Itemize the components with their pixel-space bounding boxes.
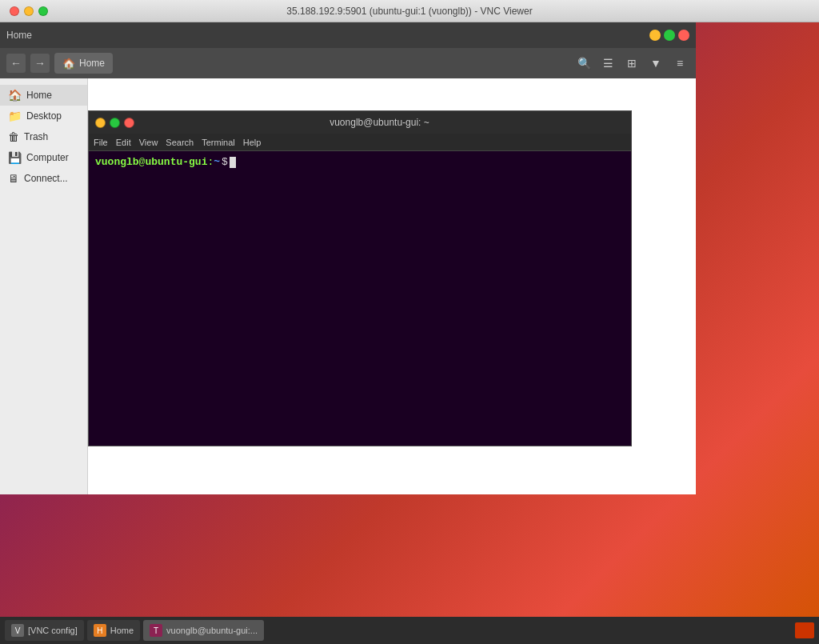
- terminal-window-buttons: [95, 118, 134, 128]
- sidebar-item-home[interactable]: 🏠 Home: [0, 85, 87, 106]
- fm-toolbar-right: 🔍 ☰ ⊞ ▼ ≡: [574, 54, 689, 73]
- terminal-menu-help[interactable]: Help: [243, 138, 262, 147]
- prompt-directory: ~: [214, 156, 220, 168]
- sidebar-item-desktop-label: Desktop: [26, 110, 62, 122]
- fm-location-icon: 🏠: [62, 58, 75, 70]
- taskbar-label-vnc: [VNC config]: [28, 626, 78, 635]
- fm-search-button[interactable]: 🔍: [574, 54, 593, 73]
- prompt-at-symbol: @: [139, 156, 146, 168]
- prompt-hostname: ubuntu-gui: [145, 156, 207, 168]
- fm-window-buttons: [649, 30, 689, 41]
- fm-header-title: Home: [6, 30, 32, 41]
- desktop-icon: 📁: [8, 110, 22, 122]
- taskbar-item-vnc-config[interactable]: V [VNC config]: [5, 620, 84, 641]
- taskbar-icon-vnc: V: [11, 624, 24, 637]
- taskbar-item-terminal[interactable]: T vuonglb@ubuntu-gui:...: [143, 620, 264, 641]
- terminal-title: vuonglb@ubuntu-gui: ~: [134, 117, 625, 128]
- taskbar-label-terminal: vuonglb@ubuntu-gui:...: [166, 626, 258, 635]
- fm-menu-button[interactable]: ≡: [670, 54, 689, 73]
- taskbar-label-home: Home: [110, 626, 134, 635]
- computer-icon: 💾: [8, 151, 22, 164]
- terminal-menu-view[interactable]: View: [139, 138, 158, 147]
- prompt-dollar: $: [222, 156, 228, 168]
- terminal-menu-edit[interactable]: Edit: [116, 138, 131, 147]
- fm-location-bar[interactable]: 🏠 Home: [54, 53, 113, 74]
- sidebar-item-home-label: Home: [26, 90, 52, 101]
- fm-location-text: Home: [79, 58, 105, 69]
- terminal-body[interactable]: vuonglb @ ubuntu-gui : ~ $: [89, 151, 631, 446]
- terminal-menu-search[interactable]: Search: [166, 138, 194, 147]
- terminal-maximize-button[interactable]: [110, 118, 120, 128]
- fm-sidebar: 🏠 Home 📁 Desktop 🗑 Trash 💾 Computer 🖥 Co…: [0, 78, 88, 494]
- terminal-titlebar: vuonglb@ubuntu-gui: ~: [89, 111, 631, 134]
- mac-minimize-button[interactable]: [24, 6, 34, 16]
- terminal-menubar: File Edit View Search Terminal Help: [89, 134, 631, 151]
- taskbar-corner-button[interactable]: [795, 622, 814, 638]
- ubuntu-taskbar: V [VNC config] H Home T vuonglb@ubuntu-g…: [0, 617, 819, 644]
- fm-list-view-button[interactable]: ☰: [598, 54, 617, 73]
- sidebar-item-trash-label: Trash: [24, 131, 48, 142]
- fm-grid-view-button[interactable]: ⊞: [622, 54, 641, 73]
- terminal-cursor: [230, 157, 236, 168]
- fm-forward-button[interactable]: →: [30, 54, 50, 73]
- home-icon: 🏠: [8, 89, 22, 102]
- mac-titlebar: 35.188.192.9:5901 (ubuntu-gui:1 (vuonglb…: [0, 0, 819, 22]
- terminal-minimize-button[interactable]: [95, 118, 106, 128]
- prompt-colon: :: [207, 156, 214, 168]
- terminal-menu-terminal[interactable]: Terminal: [202, 138, 235, 147]
- fm-minimize-button[interactable]: [649, 30, 661, 41]
- sidebar-item-computer[interactable]: 💾 Computer: [0, 147, 87, 168]
- fm-sort-button[interactable]: ▼: [646, 54, 665, 73]
- taskbar-icon-terminal: T: [150, 624, 162, 637]
- taskbar-icon-home: H: [94, 624, 106, 637]
- mac-traffic-lights: [10, 6, 48, 16]
- sidebar-item-desktop[interactable]: 📁 Desktop: [0, 106, 87, 126]
- terminal-prompt-line: vuonglb @ ubuntu-gui : ~ $: [95, 156, 625, 168]
- window-title: 35.188.192.9:5901 (ubuntu-gui:1 (vuonglb…: [286, 6, 532, 17]
- sidebar-item-trash[interactable]: 🗑 Trash: [0, 126, 87, 147]
- mac-close-button[interactable]: [10, 6, 19, 16]
- connect-icon: 🖥: [8, 172, 19, 185]
- fm-back-button[interactable]: ←: [6, 54, 26, 73]
- taskbar-item-home[interactable]: H Home: [87, 620, 140, 641]
- fm-toolbar: ← → 🏠 Home 🔍 ☰ ⊞ ▼ ≡: [0, 48, 696, 78]
- terminal-close-button[interactable]: [124, 118, 134, 128]
- sidebar-item-computer-label: Computer: [26, 152, 69, 163]
- sidebar-item-connect-label: Connect...: [24, 173, 68, 184]
- fm-header: Home: [0, 22, 696, 48]
- mac-maximize-button[interactable]: [38, 6, 48, 16]
- sidebar-item-connect[interactable]: 🖥 Connect...: [0, 168, 87, 189]
- terminal-menu-file[interactable]: File: [94, 138, 108, 147]
- trash-icon: 🗑: [8, 130, 19, 143]
- fm-close-button[interactable]: [678, 30, 689, 41]
- fm-maximize-button[interactable]: [664, 30, 675, 41]
- prompt-username: vuonglb: [95, 156, 139, 168]
- terminal-window: vuonglb@ubuntu-gui: ~ File Edit View Sea…: [88, 110, 632, 446]
